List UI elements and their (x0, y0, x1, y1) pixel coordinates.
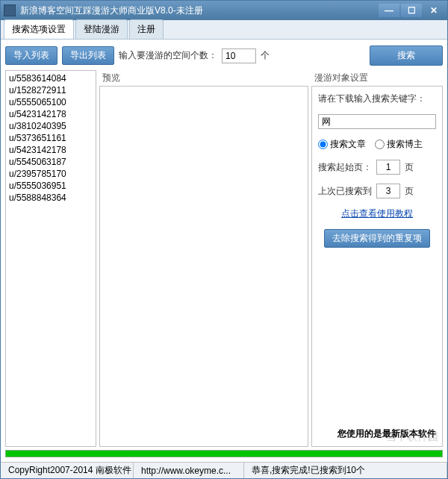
settings-pane: 漫游对象设置 请在下载输入搜索关键字： 搜索文章 搜索博主 (311, 70, 443, 447)
app-window: 新浪博客空间互踩漫游大师商业版V8.0-未注册 — ☐ ✕ 搜索选项设置 登陆漫… (0, 0, 448, 479)
list-item[interactable]: u/3810240395 (7, 120, 94, 132)
list-item[interactable]: u/2395785170 (7, 168, 94, 180)
app-icon (4, 4, 16, 16)
list-item[interactable]: u/5373651161 (7, 132, 94, 144)
maximize-button[interactable]: ☐ (401, 4, 422, 17)
start-page-label: 搜索起始页： (318, 161, 372, 174)
last-page-label: 上次已搜索到 (318, 185, 372, 198)
progress-bar (5, 450, 443, 457)
count-label: 输入要漫游的空间个数： (119, 49, 217, 62)
search-button[interactable]: 搜索 (370, 46, 443, 66)
radio-article-input[interactable] (318, 140, 328, 149)
version-text: 您使用的是最新版本软件 (318, 428, 436, 440)
main-row: u/5583614084u/1528272911u/5555065100u/54… (5, 70, 443, 447)
close-button[interactable]: ✕ (423, 4, 444, 17)
preview-box (99, 86, 308, 447)
toolbar: 导入列表 导出列表 输入要漫游的空间个数： 个 搜索 (5, 44, 443, 67)
settings-legend: 漫游对象设置 (311, 70, 443, 86)
status-url[interactable]: http://www.okeyme.c... (134, 463, 244, 478)
titlebar: 新浪博客空间互踩漫游大师商业版V8.0-未注册 — ☐ ✕ (1, 1, 447, 20)
window-title: 新浪博客空间互踩漫游大师商业版V8.0-未注册 (20, 4, 379, 17)
tab-register[interactable]: 注册 (129, 19, 164, 39)
preview-pane: 预览 (99, 70, 308, 447)
status-bar: CopyRight2007-2014 南极软件 http://www.okeym… (1, 462, 447, 478)
roam-count-input[interactable] (222, 48, 256, 63)
export-list-button[interactable]: 导出列表 (62, 46, 114, 65)
minimize-button[interactable]: — (379, 4, 399, 17)
count-suffix: 个 (261, 49, 270, 62)
content-area: 导入列表 导出列表 输入要漫游的空间个数： 个 搜索 u/5583614084u… (1, 40, 447, 462)
radio-article[interactable]: 搜索文章 (318, 138, 366, 151)
last-page-suffix: 页 (405, 185, 414, 198)
tutorial-link[interactable]: 点击查看使用教程 (318, 207, 436, 220)
keyword-input[interactable] (318, 114, 436, 129)
import-list-button[interactable]: 导入列表 (5, 46, 57, 65)
list-item[interactable]: u/5583614084 (7, 72, 94, 84)
tab-strip: 搜索选项设置 登陆漫游 注册 (1, 20, 447, 40)
list-item[interactable]: u/1528272911 (7, 84, 94, 96)
last-page-input[interactable] (376, 184, 400, 198)
list-item[interactable]: u/5555036951 (7, 180, 94, 192)
preview-label: 预览 (99, 70, 308, 86)
last-page-row: 上次已搜索到 页 (318, 184, 436, 198)
radio-blogger[interactable]: 搜索博主 (375, 138, 423, 151)
list-item[interactable]: u/5423142178 (7, 108, 94, 120)
status-msg: 恭喜,搜索完成!已搜索到10个 (244, 463, 447, 478)
status-copyright: CopyRight2007-2014 南极软件 (1, 463, 134, 478)
start-page-suffix: 页 (405, 161, 414, 174)
dedup-button[interactable]: 去除搜索得到的重复项 (324, 229, 430, 248)
user-list-pane[interactable]: u/5583614084u/1528272911u/5555065100u/54… (5, 70, 96, 447)
list-item[interactable]: u/5555065100 (7, 96, 94, 108)
tab-search-settings[interactable]: 搜索选项设置 (4, 19, 74, 39)
list-item[interactable]: u/5423142178 (7, 144, 94, 156)
start-page-row: 搜索起始页： 页 (318, 160, 436, 175)
radio-article-label: 搜索文章 (330, 138, 366, 151)
radio-blogger-label: 搜索博主 (387, 138, 423, 151)
search-type-radios: 搜索文章 搜索博主 (318, 138, 436, 151)
settings-fieldset: 请在下载输入搜索关键字： 搜索文章 搜索博主 搜索起始页： (311, 86, 443, 447)
tab-login-roam[interactable]: 登陆漫游 (75, 19, 128, 39)
keyword-label: 请在下载输入搜索关键字： (318, 93, 436, 105)
list-item[interactable]: u/5545063187 (7, 156, 94, 168)
list-item[interactable]: u/5588848364 (7, 192, 94, 204)
radio-blogger-input[interactable] (375, 140, 385, 149)
start-page-input[interactable] (376, 160, 400, 175)
